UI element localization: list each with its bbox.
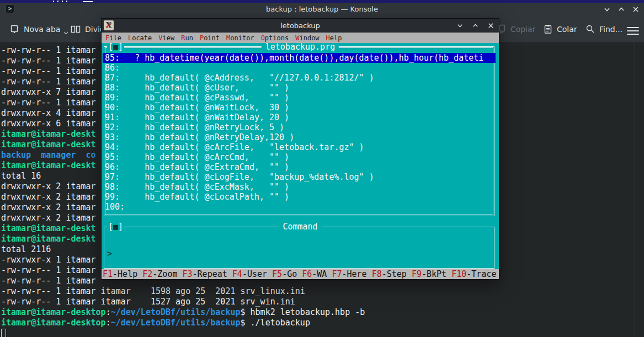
fkey-f1[interactable]: F1-Help [103, 269, 137, 279]
source-line: 98: hb_default( @cExcMask, "" ) [103, 182, 496, 192]
terminal-row: backup manager co [1, 150, 96, 161]
copy-label: Copiar [510, 25, 535, 34]
terminal-row [1, 328, 6, 337]
terminal-row: drwxrwxr-x 2 itamar [1, 213, 96, 223]
menu-item-help[interactable]: Help [326, 34, 342, 42]
fkey-f5[interactable]: F5-Go [272, 269, 297, 279]
source-line: 91: hb_default( @nWaitDelay, 20 ) [103, 113, 496, 122]
terminal-row: itamar@itamar-deskt [1, 140, 96, 150]
menu-item-run[interactable]: Run [181, 34, 193, 42]
menu-item-file[interactable]: File [105, 34, 121, 42]
terminal-row: itamar@itamar-deskt [1, 234, 96, 244]
menu-item-point[interactable]: Point [200, 34, 220, 42]
source-line: 96: hb_default( @cExtraCmd, "" ) [103, 162, 496, 172]
function-key-bar: F1-Help F2-Zoom F3-Repeat F4-User F5-Go … [102, 269, 499, 279]
close-button[interactable] [632, 6, 640, 13]
source-line-current: 85: ? hb_datetime(year(date()),month(dat… [103, 53, 496, 63]
new-tab-icon [10, 24, 19, 34]
menu-item-window[interactable]: Window [295, 34, 319, 42]
terminal-row: itamar@itamar-deskt [1, 223, 96, 234]
terminal-row: -rw-rw-r-- 1 itamar [1, 265, 96, 276]
scrollbar-track[interactable] [635, 43, 635, 337]
terminal-row: drwxrwxr-x 2 itamar [1, 192, 96, 202]
new-tab-label: Nova aba [24, 25, 60, 34]
minimize-button[interactable] [603, 6, 611, 13]
find-button[interactable]: Find... [586, 15, 622, 42]
terminal-row: -rw-rw-r-- 1 itamar [1, 98, 96, 108]
fkey-f2[interactable]: F2-Zoom [142, 269, 177, 279]
terminal-row: drwxrwxr-x 6 itamar [1, 119, 96, 129]
fkey-f9[interactable]: F9-BkPt [412, 269, 446, 279]
menu-item-locate[interactable]: Locate [128, 34, 152, 42]
terminal-row: drwxrwxr-x 7 itamar [1, 87, 96, 98]
command-panel-title: Command [279, 223, 321, 231]
debugger-window-controls [456, 19, 494, 33]
debugger-window: X letobackup FileLocateViewRunPointMonit… [101, 18, 499, 280]
terminal-row: total 16 [1, 171, 41, 181]
terminal-row: total 2116 [1, 244, 51, 255]
debugger-minimize-button[interactable] [456, 22, 464, 30]
menu-item-view[interactable]: View [158, 34, 174, 42]
source-panel-corner-widget[interactable]: [■] [107, 43, 124, 51]
terminal-cursor [1, 329, 6, 337]
source-line: 94: hb_default( @cArcFile, "letoback.tar… [103, 142, 496, 152]
source-line: 93: hb_default( @nRetryDelay,120 ) [103, 132, 496, 142]
paste-icon [544, 24, 552, 34]
terminal-row: -rw-rw-r-- 1 itamar [1, 66, 96, 77]
terminal-row: -rw-rw-r-- 1 itamar [1, 276, 96, 286]
source-line: 87: hb_default( @cAddress, "//127.0.0.1:… [103, 73, 496, 83]
terminal-row: drwxrwxr-x 2 itamar [1, 202, 96, 213]
split-view-icon [71, 25, 81, 34]
source-line: 99: hb_default( @cLocalPath, "" ) [103, 192, 496, 202]
paste-label: Colar [557, 25, 577, 34]
maximize-button[interactable] [618, 6, 625, 13]
debugger-title: letobackup [102, 19, 499, 33]
screen: > backup : letobackup — Konsole Nova aba [0, 0, 644, 337]
terminal-row: drwxrwxr-x 2 itamar [1, 181, 96, 192]
terminal-row: -rw-rw-r-- 1 itamar [1, 45, 96, 56]
command-panel[interactable] [104, 227, 494, 269]
fkey-f7[interactable]: F7-Here [332, 269, 366, 279]
debugger-close-button[interactable] [487, 22, 494, 30]
source-line: 95: hb_default( @cArcCmd, "" ) [103, 152, 496, 162]
fkey-f10[interactable]: F10-Trace [451, 269, 496, 279]
source-line: 90: hb_default( @nWaitLock, 30 ) [103, 103, 496, 113]
terminal-row: -rw-rw-r-- 1 itamar [1, 77, 96, 87]
command-panel-corner-widget[interactable]: [■] [107, 223, 124, 231]
source-line: 88: hb_default( @cUser, "" ) [103, 83, 496, 93]
fkey-f8[interactable]: F8-Step [372, 269, 407, 279]
menu-item-options[interactable]: Options [261, 34, 289, 42]
command-prompt[interactable]: > [107, 249, 112, 259]
window-controls [603, 3, 640, 15]
debugger-titlebar: X letobackup [102, 19, 499, 33]
hamburger-menu-button[interactable] [627, 15, 639, 42]
source-code-lines: 85: ? hb_datetime(year(date()),month(dat… [103, 53, 496, 212]
terminal-row: -rw-rw-r-- 1 itamar itamar 1527 ago 25 2… [1, 297, 295, 307]
fkey-f4[interactable]: F4-User [232, 269, 267, 279]
terminal-row: itamar@itamar-deskt [1, 129, 96, 140]
source-line: 97: hb_default( @cLogFile, "backup_%date… [103, 172, 496, 182]
menu-item-monitor[interactable]: Monitor [226, 34, 254, 42]
paste-button[interactable]: Colar [544, 15, 577, 42]
terminal-row: -rwxrwxr-x 1 itamar [1, 255, 96, 265]
terminal-row: -rw-rw-r-- 1 itamar itamar 1598 ago 25 2… [1, 286, 305, 297]
debugger-maximize-button[interactable] [471, 22, 479, 30]
source-line: 100: [103, 202, 496, 212]
new-tab-button[interactable]: Nova aba [10, 15, 68, 42]
fkey-f3[interactable]: F3-Repeat [183, 269, 227, 279]
terminal-row: itamar@itamar-deskt [1, 161, 96, 171]
source-panel-title: letobackup.prg [262, 43, 339, 51]
source-line: 92: hb_default( @nRetryLock, 5 ) [103, 122, 496, 132]
konsole-titlebar: > backup : letobackup — Konsole [0, 3, 644, 15]
fkey-f6[interactable]: F6-WA [302, 269, 327, 279]
window-title: backup : letobackup — Konsole [0, 3, 644, 15]
search-icon [586, 24, 595, 34]
terminal-row: itamar@itamar-desktop:~/dev/LetoDBf/util… [1, 318, 310, 328]
terminal-row: itamar@itamar-desktop:~/dev/LetoDBf/util… [1, 307, 365, 318]
terminal-row: -rw-rw-r-- 1 itamar [1, 56, 96, 66]
source-line: 86: [103, 63, 496, 73]
terminal-row: drwxrwxr-x 4 itamar [1, 108, 96, 119]
copy-button[interactable]: Copiar [497, 15, 535, 42]
debugger-body: [■] letobackup.prg 85: ? hb_datetime(yea… [102, 43, 499, 270]
find-label: Find... [599, 25, 622, 34]
